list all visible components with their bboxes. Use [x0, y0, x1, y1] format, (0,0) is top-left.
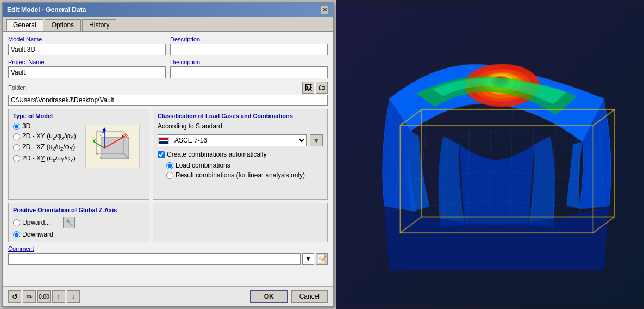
model-name-row: Model Name Description	[8, 36, 328, 55]
folder-browse-btn[interactable]: 🖼	[302, 82, 314, 94]
model-name-input[interactable]	[8, 44, 166, 55]
dialog-footer: ↺ ✏ 0.00 ↑ ↓ OK Cancel	[3, 286, 333, 306]
radio-downward[interactable]: Downward	[13, 231, 145, 238]
type-of-model-title: Type of Model	[13, 113, 145, 119]
svg-point-46	[523, 94, 524, 95]
tab-options[interactable]: Options	[45, 19, 81, 31]
comment-row: ▼ 📝	[8, 253, 328, 265]
combination-options: Load combinations Result combinations (f…	[166, 162, 323, 179]
comment-input[interactable]	[8, 253, 301, 265]
comment-label: Comment	[8, 245, 328, 252]
standard-row: According to Standard:	[158, 122, 323, 130]
close-button[interactable]: ✕	[320, 5, 329, 14]
folder-label: Folder:	[8, 84, 27, 91]
z-axis-title: Positive Orientation of Global Z-Axis	[13, 207, 145, 213]
project-desc-col: Description	[170, 59, 328, 78]
upward-label: Upward...	[22, 219, 50, 226]
empty-right-panel	[153, 203, 328, 242]
project-name-col: Project Name	[8, 59, 166, 78]
svg-point-43	[442, 98, 443, 99]
create-combinations-row: Create combinations automatically	[158, 151, 323, 158]
svg-rect-0	[102, 137, 129, 159]
model-desc-input[interactable]	[170, 44, 328, 55]
z-axis-radio-group: Upward... 🔧 Downward	[13, 217, 145, 238]
project-name-input[interactable]	[8, 66, 166, 78]
downward-label: Downward	[22, 231, 53, 238]
dialog-title: Edit Model - General Data	[7, 6, 86, 14]
radio-result-combinations[interactable]: Result combinations (for linear analysis…	[166, 171, 323, 179]
upward-icon-btn[interactable]: 🔧	[63, 217, 75, 228]
flag-icon	[158, 137, 169, 144]
model-name-label: Model Name	[8, 36, 166, 42]
according-to-label: According to Standard:	[158, 122, 224, 130]
filter-button[interactable]: ▼	[310, 134, 323, 146]
classification-panel: Classification of Load Cases and Combina…	[153, 109, 328, 200]
tab-bar: General Options History	[3, 17, 333, 32]
tab-general[interactable]: General	[6, 19, 43, 31]
folder-input[interactable]	[8, 95, 328, 106]
comment-section: Comment ▼ 📝	[8, 245, 328, 282]
project-desc-label: Description	[170, 59, 328, 65]
project-name-label: Project Name	[8, 59, 166, 65]
svg-line-5	[96, 153, 102, 159]
folder-new-btn[interactable]: 🗂	[316, 82, 328, 94]
svg-point-47	[549, 98, 551, 99]
radio-2d-xy2[interactable]: 2D - XY (ux/uY/φz)	[13, 154, 76, 163]
upward-row: Upward... 🔧	[13, 217, 145, 228]
radio-2d-xy[interactable]: 2D - XY (uz/φx/φY)	[13, 132, 76, 141]
svg-text:Z: Z	[102, 128, 105, 134]
dialog-body: Model Name Description Project Name Desc…	[3, 32, 333, 286]
type-of-model-content: 3D 2D - XY (uz/φx/φY) 2D - XZ (ux/uz/φY)	[13, 122, 145, 170]
comment-icon-btn[interactable]: 📝	[316, 253, 328, 265]
main-panels: Type of Model 3D 2D - XY (uz/φx/φY)	[8, 109, 328, 200]
load-combinations-label: Load combinations	[176, 162, 230, 169]
standard-select-row: ASCE 7-16 EN 1990 ISO ▼	[158, 134, 323, 146]
classification-title: Classification of Load Cases and Combina…	[158, 113, 323, 119]
radio-load-combinations[interactable]: Load combinations	[166, 162, 323, 169]
footer-icon-refresh[interactable]: ↺	[8, 290, 21, 303]
model-desc-col: Description	[170, 36, 328, 55]
ok-button[interactable]: OK	[250, 290, 288, 303]
bottom-panels: Positive Orientation of Global Z-Axis Up…	[8, 203, 328, 242]
footer-icons: ↺ ✏ 0.00 ↑ ↓	[8, 290, 80, 303]
footer-buttons: OK Cancel	[250, 290, 328, 303]
model-desc-label: Description	[170, 36, 328, 42]
create-combinations-label: Create combinations automatically	[167, 151, 266, 158]
svg-point-45	[496, 92, 497, 93]
svg-point-42	[416, 109, 417, 110]
title-bar: Edit Model - General Data ✕	[3, 3, 333, 17]
type-of-model-panel: Type of Model 3D 2D - XY (uz/φx/φY)	[8, 109, 149, 200]
footer-icon-export[interactable]: ↑	[52, 290, 65, 303]
radio-upward[interactable]: Upward...	[13, 219, 50, 226]
result-combinations-label: Result combinations (for linear analysis…	[176, 171, 305, 179]
folder-row: Folder: 🖼 🗂	[8, 82, 328, 106]
project-desc-input[interactable]	[170, 66, 328, 78]
viz-panel	[336, 0, 644, 309]
vault-visualization	[336, 0, 644, 309]
radio-2d-xz[interactable]: 2D - XZ (ux/uz/φY)	[13, 143, 76, 152]
footer-icon-import[interactable]: ↓	[67, 290, 80, 303]
footer-icon-edit[interactable]: ✏	[23, 290, 36, 303]
axis-svg: Z X	[88, 126, 137, 167]
tab-history[interactable]: History	[82, 19, 116, 31]
comment-dropdown-btn[interactable]: ▼	[302, 253, 314, 265]
svg-line-2	[96, 132, 102, 137]
model-name-col: Model Name	[8, 36, 166, 55]
axis-diagram: Z X	[85, 125, 140, 168]
svg-point-48	[577, 109, 578, 110]
cancel-button[interactable]: Cancel	[291, 290, 328, 303]
create-combinations-checkbox[interactable]	[158, 151, 165, 158]
z-axis-panel: Positive Orientation of Global Z-Axis Up…	[8, 203, 149, 242]
standard-select-wrapper[interactable]: ASCE 7-16 EN 1990 ISO	[158, 134, 307, 146]
radio-3d[interactable]: 3D	[13, 122, 76, 130]
footer-icon-num[interactable]: 0.00	[37, 290, 51, 303]
model-type-radio-group: 3D 2D - XY (uz/φx/φY) 2D - XZ (ux/uz/φY)	[13, 122, 76, 163]
standard-select[interactable]: ASCE 7-16 EN 1990 ISO	[171, 135, 306, 146]
project-name-row: Project Name Description	[8, 59, 328, 78]
edit-model-dialog: Edit Model - General Data ✕ General Opti…	[2, 2, 334, 307]
svg-text:X: X	[124, 133, 127, 138]
folder-buttons: 🖼 🗂	[302, 82, 328, 94]
svg-point-44	[470, 94, 471, 95]
